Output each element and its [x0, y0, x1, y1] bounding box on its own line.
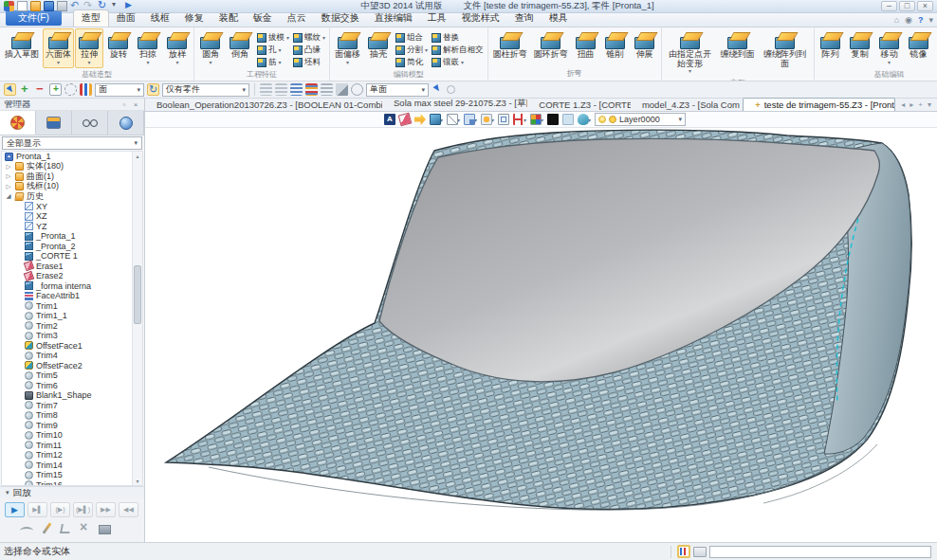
- tree-item[interactable]: ▷ 曲面(1): [2, 172, 131, 182]
- ribbon-tab[interactable]: 线框: [143, 10, 177, 27]
- tree-item[interactable]: Trim6: [2, 381, 131, 391]
- view-tool[interactable]: ▾: [481, 114, 494, 125]
- menu-icon[interactable]: ?: [918, 15, 924, 25]
- ribbon-tool[interactable]: 伸展: [631, 28, 659, 62]
- ribbon-tool-small[interactable]: 螺纹▾: [293, 31, 325, 44]
- quickbar-icon[interactable]: [275, 83, 287, 96]
- document-tab[interactable]: Boolean_Operation20130726.Z3 - [BOOLEAN …: [145, 99, 382, 111]
- quickbar-icon[interactable]: [351, 83, 363, 96]
- replay-button[interactable]: (▶▌): [73, 502, 93, 517]
- tree-item[interactable]: Erase1: [2, 262, 131, 272]
- replay-tool-icon[interactable]: [43, 522, 52, 533]
- quickbar-icon[interactable]: [336, 83, 348, 96]
- tree-item[interactable]: XZ: [2, 211, 131, 222]
- tree-expander-icon[interactable]: ▷: [5, 172, 12, 180]
- ribbon-tab[interactable]: 查询: [507, 10, 542, 27]
- 3d-viewport[interactable]: [145, 128, 937, 542]
- ribbon-tool[interactable]: 由指定点开始变形▾: [664, 28, 717, 77]
- view-tool[interactable]: ▾: [447, 114, 460, 125]
- ribbon-tool[interactable]: 圆环折弯: [531, 28, 571, 62]
- menu-icon[interactable]: ▾: [928, 15, 933, 25]
- tree-item[interactable]: Trim12: [2, 450, 131, 461]
- ribbon-tool-small[interactable]: 孔▾: [257, 44, 289, 56]
- view-tool[interactable]: [399, 114, 411, 125]
- view-tool[interactable]: ▾: [530, 114, 543, 125]
- tree-item[interactable]: Trim7: [2, 401, 131, 411]
- view-tool[interactable]: [562, 114, 574, 125]
- ribbon-tool[interactable]: 圆角▾: [196, 28, 225, 68]
- panel-close-icon[interactable]: ×: [131, 100, 140, 109]
- ribbon-tool[interactable]: 放样▾: [163, 28, 192, 68]
- view-tool[interactable]: [414, 114, 426, 125]
- view-tool[interactable]: ▾: [430, 114, 443, 125]
- tree-item[interactable]: ▷ 实体(180): [2, 162, 131, 172]
- entity-filter-select[interactable]: 面: [95, 83, 144, 97]
- ribbon-tool-small[interactable]: 镶嵌▾: [432, 56, 484, 68]
- shoe-model[interactable]: [145, 128, 937, 543]
- ribbon-tool[interactable]: 圆柱折弯: [490, 28, 530, 62]
- tree-item[interactable]: _CORTE 1: [2, 251, 131, 262]
- quickbar-icon[interactable]: [147, 83, 159, 96]
- tree-item[interactable]: XY: [2, 202, 131, 212]
- ribbon-tool[interactable]: 扭曲: [572, 28, 600, 62]
- replay-button[interactable]: ▶: [5, 502, 25, 517]
- ribbon-tab[interactable]: 造型: [73, 9, 109, 27]
- panel-restore-icon[interactable]: ▫: [119, 100, 129, 109]
- tree-item[interactable]: Trim16: [2, 480, 131, 486]
- ribbon-tool-small[interactable]: 拔模▾: [257, 31, 289, 44]
- view-tool[interactable]: [547, 114, 559, 125]
- tree-item[interactable]: FaceAttrib1: [2, 291, 131, 301]
- face-mode-select[interactable]: 单面: [366, 83, 429, 97]
- ribbon-tab[interactable]: 直接编辑: [367, 10, 420, 27]
- quickbar-icon[interactable]: [290, 83, 303, 96]
- scroll-down-icon[interactable]: ▾: [133, 478, 142, 484]
- display-filter-select[interactable]: 全部显示: [2, 136, 142, 150]
- ribbon-tool[interactable]: 阵列: [817, 28, 845, 68]
- close-button[interactable]: ×: [917, 1, 933, 11]
- ribbon-tab[interactable]: 装配: [211, 10, 246, 27]
- panel-tab[interactable]: [108, 111, 144, 135]
- qat-icon[interactable]: [70, 1, 81, 11]
- tree-expander-icon[interactable]: ◢: [5, 192, 12, 200]
- tree-expander-icon[interactable]: ▷: [5, 183, 12, 190]
- tree-item[interactable]: Trim1: [2, 301, 131, 312]
- document-tab[interactable]: CORTE 1.Z3 - [CORTE 1]: [527, 99, 631, 111]
- tree-item[interactable]: Trim5: [2, 370, 131, 381]
- ribbon-tab[interactable]: 修复: [177, 10, 211, 27]
- status-filter-icon[interactable]: [677, 545, 690, 558]
- quickbar-icon[interactable]: [49, 83, 62, 96]
- tree-item[interactable]: Erase2: [2, 271, 131, 281]
- replay-button[interactable]: ▶▌: [28, 502, 47, 517]
- tree-item[interactable]: Trim14: [2, 461, 131, 471]
- ribbon-tool[interactable]: 倒角: [226, 28, 254, 68]
- ribbon-tab[interactable]: 模具: [542, 10, 576, 27]
- view-tool[interactable]: ▾: [578, 114, 591, 125]
- ribbon-tab[interactable]: 工具: [420, 10, 454, 27]
- layer-select[interactable]: Layer0000: [595, 113, 686, 126]
- quickbar-icon[interactable]: [260, 83, 272, 96]
- tab-nav-icon[interactable]: ▾: [928, 100, 931, 109]
- replay-tool-icon[interactable]: [20, 527, 33, 534]
- document-tab[interactable]: + teste de trimagem-55.Z3 - [Pronta_1] ×: [743, 98, 895, 111]
- ribbon-tool[interactable]: 面偏移▾: [332, 28, 363, 68]
- ribbon-tool[interactable]: 旋转: [104, 28, 133, 68]
- replay-button[interactable]: (▶): [50, 502, 70, 517]
- tree-item[interactable]: ▷ 线框(10): [2, 182, 131, 192]
- tree-item[interactable]: Trim10: [2, 430, 131, 441]
- view-tool[interactable]: [384, 114, 395, 125]
- tree-item[interactable]: OffsetFace2: [2, 361, 131, 371]
- view-tool[interactable]: ▾: [464, 114, 477, 125]
- ribbon-tool[interactable]: 缠绕到面: [718, 28, 758, 77]
- ribbon-tab[interactable]: 视觉样式: [454, 10, 507, 27]
- ribbon-tool[interactable]: 拉伸▾: [75, 28, 103, 68]
- replay-section-header[interactable]: ▾ 回放: [0, 486, 144, 498]
- replay-tool-icon[interactable]: [99, 525, 111, 534]
- tree-item[interactable]: Trim11: [2, 441, 131, 451]
- tree-item[interactable]: YZ: [2, 222, 131, 232]
- ribbon-tool[interactable]: 锥削: [601, 28, 630, 62]
- tree-expander-icon[interactable]: ▷: [5, 163, 12, 171]
- ribbon-tab[interactable]: 数据交换: [314, 10, 367, 27]
- tree-item[interactable]: Blank1_Shape: [2, 390, 131, 401]
- ribbon-tab[interactable]: 点云: [280, 10, 314, 27]
- replay-button[interactable]: ▶▶: [96, 502, 116, 517]
